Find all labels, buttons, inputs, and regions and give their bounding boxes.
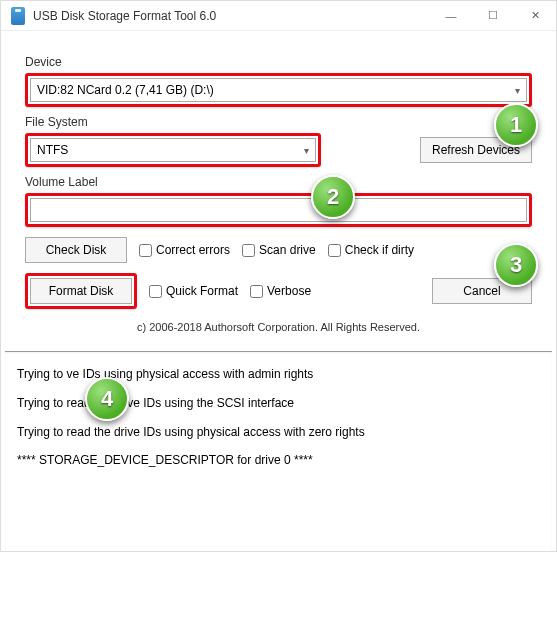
check-dirty-label: Check if dirty <box>345 243 414 257</box>
volume-label: Volume Label <box>25 175 532 189</box>
filesystem-dropdown[interactable]: NTFS ▾ <box>30 138 316 162</box>
chevron-down-icon: ▾ <box>515 85 520 96</box>
volume-field-highlight <box>25 193 532 227</box>
log-output: Trying to ve IDs using physical access w… <box>5 351 552 551</box>
quick-format-checkbox[interactable]: Quick Format <box>149 284 238 298</box>
device-value: VID:82 NCard 0.2 (7,41 GB) (D:\) <box>37 83 214 97</box>
log-line: **** STORAGE_DEVICE_DESCRIPTOR for drive… <box>17 446 540 475</box>
close-button[interactable]: ✕ <box>514 1 556 30</box>
device-dropdown[interactable]: VID:82 NCard 0.2 (7,41 GB) (D:\) ▾ <box>30 78 527 102</box>
check-dirty-checkbox[interactable]: Check if dirty <box>328 243 414 257</box>
log-line: Trying to read the drive IDs using physi… <box>17 418 540 447</box>
device-field-highlight: VID:82 NCard 0.2 (7,41 GB) (D:\) ▾ <box>25 73 532 107</box>
main-content: 1 2 3 4 Device VID:82 NCard 0.2 (7,41 GB… <box>1 31 556 351</box>
verbose-checkbox[interactable]: Verbose <box>250 284 311 298</box>
device-label: Device <box>25 55 532 69</box>
filesystem-row: NTFS ▾ Refresh Devices <box>25 133 532 167</box>
scan-drive-label: Scan drive <box>259 243 316 257</box>
window-controls: — ☐ ✕ <box>430 1 556 30</box>
check-disk-button[interactable]: Check Disk <box>25 237 127 263</box>
copyright-text: c) 2006-2018 Authorsoft Corporation. All… <box>25 321 532 333</box>
check-row: Check Disk Correct errors Scan drive Che… <box>25 237 532 263</box>
correct-errors-checkbox[interactable]: Correct errors <box>139 243 230 257</box>
format-disk-highlight: Format Disk <box>25 273 137 309</box>
titlebar: USB Disk Storage Format Tool 6.0 — ☐ ✕ <box>1 1 556 31</box>
callout-1: 1 <box>494 103 538 147</box>
scan-drive-checkbox[interactable]: Scan drive <box>242 243 316 257</box>
callout-2: 2 <box>311 175 355 219</box>
callout-4: 4 <box>85 377 129 421</box>
quick-format-label: Quick Format <box>166 284 238 298</box>
maximize-button[interactable]: ☐ <box>472 1 514 30</box>
correct-errors-label: Correct errors <box>156 243 230 257</box>
filesystem-field-highlight: NTFS ▾ <box>25 133 321 167</box>
verbose-label: Verbose <box>267 284 311 298</box>
minimize-button[interactable]: — <box>430 1 472 30</box>
app-window: USB Disk Storage Format Tool 6.0 — ☐ ✕ 1… <box>0 0 557 552</box>
window-title: USB Disk Storage Format Tool 6.0 <box>33 9 430 23</box>
chevron-down-icon: ▾ <box>304 145 309 156</box>
format-disk-button[interactable]: Format Disk <box>30 278 132 304</box>
callout-3: 3 <box>494 243 538 287</box>
format-row: Format Disk Quick Format Verbose Cancel <box>25 273 532 309</box>
filesystem-value: NTFS <box>37 143 68 157</box>
volume-input[interactable] <box>30 198 527 222</box>
filesystem-label: File System <box>25 115 532 129</box>
usb-icon <box>11 7 25 25</box>
